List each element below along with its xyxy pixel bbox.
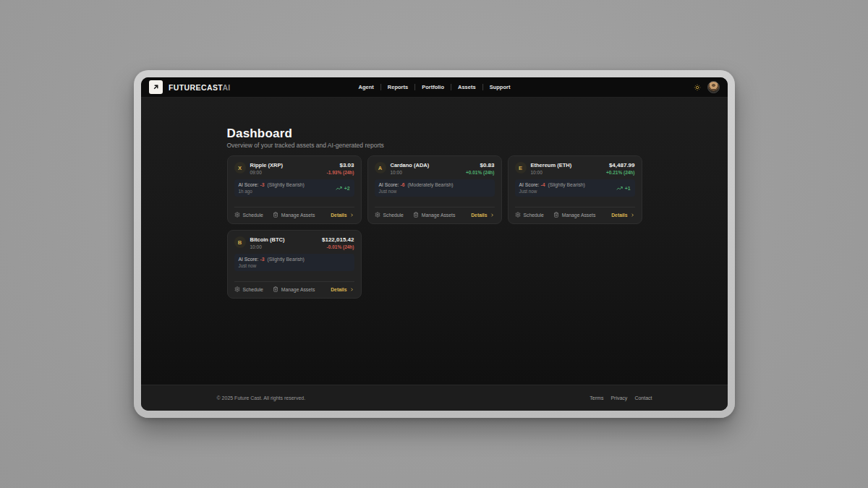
asset-initial-badge: E — [515, 162, 527, 174]
details-label: Details — [331, 287, 346, 292]
footer-links: Terms Privacy Contact — [590, 395, 652, 401]
ai-sentiment: (Slightly Bearish) — [268, 257, 305, 262]
brand-logo[interactable] — [149, 80, 163, 94]
brand-name: FUTURECASTAI — [169, 83, 231, 92]
ai-sentiment: (Moderately Bearish) — [408, 182, 454, 187]
asset-card-actions: Schedule Manage Assets Details — [234, 207, 354, 218]
schedule-button[interactable]: Schedule — [515, 212, 544, 218]
asset-card-actions: Schedule Manage Assets Details — [375, 207, 495, 218]
details-label: Details — [331, 213, 346, 218]
asset-initial-badge: B — [234, 236, 246, 248]
manage-assets-label: Manage Assets — [562, 213, 595, 218]
asset-card: E Ethereum (ETH) 10:00 $4,487.99 +0.21% … — [508, 155, 642, 224]
asset-card-header: E Ethereum (ETH) 10:00 $4,487.99 +0.21% … — [515, 162, 635, 175]
footer-link-terms[interactable]: Terms — [590, 395, 603, 401]
asset-price-block: $0.83 +0.01% (24h) — [466, 162, 495, 175]
brand-name-main: FUTURECAST — [169, 83, 222, 92]
ai-trend-value: +2 — [344, 186, 350, 191]
ai-sentiment: (Slightly Bearish) — [548, 182, 585, 187]
chevron-right-icon — [630, 213, 635, 218]
nav-item-portfolio[interactable]: Portfolio — [415, 84, 451, 90]
ai-score-value: -3 — [260, 257, 264, 262]
schedule-button[interactable]: Schedule — [234, 286, 263, 292]
manage-assets-button[interactable]: Manage Assets — [553, 212, 595, 218]
user-avatar[interactable] — [707, 81, 720, 93]
header-actions — [694, 81, 720, 93]
asset-change: +0.21% (24h) — [606, 170, 635, 175]
manage-assets-button[interactable]: Manage Assets — [273, 286, 315, 292]
details-button[interactable]: Details — [331, 287, 354, 292]
ai-score-label: AI Score: — [379, 182, 399, 187]
asset-card-header: B Bitcoin (BTC) 10:00 $122,015.42 -0.01%… — [234, 236, 354, 249]
theme-toggle-button[interactable] — [694, 84, 701, 91]
schedule-button[interactable]: Schedule — [234, 212, 263, 218]
details-label: Details — [471, 213, 487, 218]
ai-score-panel: AI Score:-3(Slightly Bearish) Just now — [234, 254, 354, 271]
brand: FUTURECASTAI — [149, 80, 231, 94]
asset-price-block: $122,015.42 -0.01% (24h) — [322, 236, 354, 249]
asset-name: Cardano (ADA) — [391, 162, 430, 168]
schedule-button[interactable]: Schedule — [375, 212, 404, 218]
asset-price: $0.83 — [466, 162, 495, 168]
asset-name-block: Ripple (XRP) 09:00 — [250, 162, 283, 175]
footer-link-contact[interactable]: Contact — [634, 395, 652, 401]
ai-trend-value: +1 — [625, 186, 631, 191]
nav-item-reports[interactable]: Reports — [381, 84, 414, 90]
ai-score-label: AI Score: — [239, 257, 259, 262]
asset-price: $3.03 — [327, 162, 354, 168]
copyright-text: © 2025 Future Cast. All rights reserved. — [217, 395, 306, 401]
ai-sentiment: (Slightly Bearish) — [268, 182, 305, 187]
manage-assets-button[interactable]: Manage Assets — [273, 212, 315, 218]
asset-card-actions: Schedule Manage Assets Details — [515, 207, 635, 218]
asset-price: $122,015.42 — [322, 236, 354, 243]
ai-score-panel: AI Score:-6(Moderately Bearish) Just now — [375, 179, 495, 197]
ai-score-panel: AI Score:-4(Slightly Bearish) Just now +… — [515, 179, 635, 197]
trash-icon — [273, 286, 278, 292]
asset-time: 10:00 — [391, 170, 430, 175]
ai-updated-time: Just now — [379, 189, 454, 194]
footer-link-privacy[interactable]: Privacy — [610, 395, 627, 401]
asset-name: Ripple (XRP) — [250, 162, 283, 168]
asset-card-header: A Cardano (ADA) 10:00 $0.83 +0.01% (24h) — [375, 162, 495, 175]
asset-price-block: $3.03 -1.93% (24h) — [327, 162, 354, 175]
ai-updated-time: 1h ago — [239, 189, 305, 194]
schedule-label: Schedule — [524, 213, 544, 218]
asset-name: Ethereum (ETH) — [531, 162, 572, 168]
nav-item-agent[interactable]: Agent — [352, 84, 380, 90]
ai-updated-time: Just now — [519, 189, 585, 194]
asset-name: Bitcoin (BTC) — [250, 236, 285, 243]
manage-assets-button[interactable]: Manage Assets — [413, 212, 455, 218]
details-button[interactable]: Details — [331, 213, 354, 218]
trending-up-icon — [336, 185, 342, 192]
trash-icon — [413, 212, 419, 218]
asset-initial-badge: X — [234, 162, 246, 174]
ai-score-value: -4 — [540, 182, 545, 187]
details-button[interactable]: Details — [611, 213, 634, 218]
manage-assets-label: Manage Assets — [281, 213, 315, 218]
asset-price-block: $4,487.99 +0.21% (24h) — [606, 162, 635, 175]
details-button[interactable]: Details — [471, 213, 494, 218]
gear-icon — [234, 212, 240, 218]
nav-item-assets[interactable]: Assets — [451, 84, 482, 90]
chevron-right-icon — [349, 213, 354, 218]
asset-change: -1.93% (24h) — [327, 170, 354, 175]
asset-name-block: Bitcoin (BTC) 10:00 — [250, 236, 285, 249]
page-title: Dashboard — [227, 127, 642, 140]
schedule-label: Schedule — [383, 213, 404, 218]
manage-assets-label: Manage Assets — [422, 213, 455, 218]
brand-name-accent: AI — [222, 83, 230, 92]
manage-assets-label: Manage Assets — [281, 287, 315, 292]
gear-icon — [375, 212, 380, 218]
arrow-up-right-icon — [152, 83, 160, 91]
ai-score-panel: AI Score:-3(Slightly Bearish) 1h ago +2 — [234, 179, 354, 197]
asset-initial-badge: A — [375, 162, 386, 174]
asset-card-header: X Ripple (XRP) 09:00 $3.03 -1.93% (24h) — [234, 162, 354, 175]
app-window: FUTURECASTAI Agent Reports Portfolio Ass… — [134, 70, 735, 418]
nav-item-support[interactable]: Support — [483, 84, 517, 90]
asset-time: 10:00 — [531, 170, 572, 175]
schedule-label: Schedule — [243, 213, 263, 218]
main-content: Dashboard Overview of your tracked asset… — [141, 98, 728, 385]
details-label: Details — [611, 213, 627, 218]
chevron-right-icon — [490, 213, 495, 218]
trash-icon — [273, 212, 278, 218]
